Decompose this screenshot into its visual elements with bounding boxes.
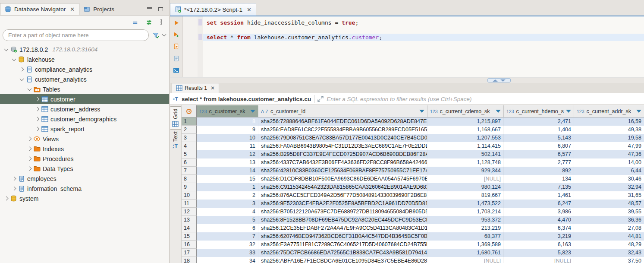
grid-cell[interactable]: 7,135 <box>504 183 574 191</box>
grid-cell[interactable]: 892 <box>504 167 574 175</box>
grid-cell[interactable]: 30,46 <box>574 175 644 183</box>
tree-item-information-schema[interactable]: information_schema <box>0 184 169 193</box>
grid-cell[interactable]: 1 <box>197 183 258 191</box>
editor-results-sash[interactable] <box>170 77 644 83</box>
grid-cell[interactable]: 32 <box>197 241 258 249</box>
result-grid[interactable]: 123c_customer_skA-Zc_customer_id123c_cur… <box>182 105 644 263</box>
grid-cell[interactable]: 32,43 <box>574 249 644 257</box>
row-header[interactable]: 9 <box>182 183 197 191</box>
grid-cell[interactable]: sha256:876ACE5EFED349A2D56F77D5084891433… <box>258 191 427 200</box>
grid-cell[interactable]: 32,94 <box>574 183 644 191</box>
grid-cell[interactable]: 47,36 <box>574 150 644 158</box>
code-line-2[interactable] <box>203 26 644 34</box>
grid-cell[interactable]: sha256:C9115342454A2323DA815865CAA326064… <box>258 183 427 191</box>
grid-cell[interactable]: 1,703,214 <box>427 208 504 216</box>
row-header[interactable]: 12 <box>182 208 197 216</box>
grid-cell[interactable]: 1,369,589 <box>427 241 504 249</box>
grid-cell[interactable]: sha256:8F1528BB708DF69EB475DC92A8C20EC44… <box>258 216 427 224</box>
row-header[interactable]: 3 <box>182 134 197 142</box>
expand-chevron-icon[interactable] <box>19 67 24 72</box>
view-menu-icon[interactable] <box>160 19 163 25</box>
row-header[interactable]: 4 <box>182 142 197 150</box>
grid-cell[interactable]: 502,141 <box>427 150 504 158</box>
expand-icon[interactable] <box>317 96 324 102</box>
explain-plan-icon[interactable] <box>173 55 179 62</box>
tree-item-employees[interactable]: employees <box>0 174 169 184</box>
tree-item-172-18-0-2[interactable]: 172.18.0.2172.18.0.2:31604 <box>0 44 169 54</box>
grid-cell[interactable]: sha256:75DC7FCB6686EDA72565C1B838CA7FC43… <box>258 249 427 257</box>
grid-cell[interactable]: 33 <box>197 249 258 257</box>
grid-cell[interactable]: 134 <box>504 175 574 183</box>
column-header-c-customer-sk[interactable]: 123c_customer_sk <box>197 105 258 117</box>
grid-cell[interactable]: sha256:42810C83B0360CE125634F068BAF8FF75… <box>258 167 427 175</box>
tree-item-data-types[interactable]: Data Types <box>0 164 169 174</box>
close-icon[interactable]: ✕ <box>70 6 75 13</box>
editor-tab-script-1[interactable]: *<172.18.0.2> Script-1 ✕ <box>170 3 256 16</box>
close-icon[interactable]: ✕ <box>247 6 251 13</box>
grid-cell[interactable]: 1,128,748 <box>427 158 504 167</box>
grid-cell[interactable]: 47,99 <box>574 142 644 150</box>
tree-item-spark-report[interactable]: spark_report <box>0 124 169 134</box>
execute-statement-icon[interactable] <box>173 20 179 26</box>
grid-cell[interactable]: 1,473,522 <box>427 200 504 208</box>
expand-chevron-icon[interactable] <box>27 157 31 161</box>
collapse-chevron-icon[interactable] <box>19 76 24 81</box>
maximize-icon[interactable] <box>158 7 163 11</box>
sql-console-icon[interactable] <box>173 67 179 73</box>
grid-cell[interactable]: 1,680,761 <box>427 249 504 257</box>
grid-corner-cell[interactable] <box>182 105 197 117</box>
grid-cell[interactable]: 2 <box>197 191 258 200</box>
grid-cell[interactable]: 5,143 <box>504 134 574 142</box>
expand-chevron-icon[interactable] <box>35 117 39 121</box>
expand-chevron-icon[interactable] <box>27 137 31 141</box>
row-header[interactable]: 1 <box>182 117 197 126</box>
grid-cell[interactable]: 2,777 <box>504 158 574 167</box>
tree-item-views[interactable]: Views <box>0 134 169 144</box>
grid-cell[interactable]: 34 <box>197 257 258 263</box>
link-editor-icon[interactable] <box>145 19 153 25</box>
row-header[interactable]: 2 <box>182 126 197 134</box>
grid-cell[interactable]: 3 <box>197 200 258 208</box>
row-header[interactable]: 7 <box>182 167 197 175</box>
minimize-icon[interactable] <box>147 7 152 9</box>
column-dropdown-icon[interactable] <box>636 110 641 113</box>
tree-item-tables[interactable]: Tables <box>0 84 169 94</box>
grid-cell[interactable]: 48,29 <box>574 241 644 249</box>
grid-cell[interactable]: 39,55 <box>574 208 644 216</box>
grid-cell[interactable]: 11 <box>197 142 258 150</box>
grid-cell[interactable]: sha256:ABFA16E7F1ECBDCA6E01CE1095D84E37C… <box>258 257 427 263</box>
view-tab-database-navigator[interactable]: Database Navigator✕ <box>0 3 79 15</box>
filter-icon[interactable] <box>152 32 159 39</box>
grid-cell[interactable]: 5,823 <box>504 249 574 257</box>
grid-cell[interactable]: 10 <box>197 134 258 142</box>
grid-cell[interactable]: sha256:B295D8FC337E9E4FECD0725D907ACD6B6… <box>258 150 427 158</box>
expand-chevron-icon[interactable] <box>12 177 16 181</box>
column-dropdown-icon[interactable] <box>419 110 424 113</box>
grid-cell[interactable]: 68,377 <box>427 232 504 241</box>
grid-cell[interactable]: 49,38 <box>574 126 644 134</box>
row-header[interactable]: 6 <box>182 158 197 167</box>
grid-cell[interactable]: 7 <box>197 232 258 241</box>
grid-cell[interactable]: 5 <box>197 216 258 224</box>
grid-cell[interactable]: 16,59 <box>574 117 644 126</box>
grid-cell[interactable]: 213,219 <box>427 224 504 232</box>
grid-cell[interactable]: 14,00 <box>574 158 644 167</box>
grid-cell[interactable]: 1,207,553 <box>427 134 504 142</box>
grid-cell[interactable]: 37,50 <box>574 257 644 263</box>
chevron-down-icon[interactable] <box>162 32 166 37</box>
row-header[interactable]: 16 <box>182 241 197 249</box>
grid-cell[interactable]: sha256:B705122120A673FC7DE6889727DB11809… <box>258 208 427 216</box>
tree-item-indexes[interactable]: Indexes <box>0 144 169 154</box>
grid-cell[interactable]: 9 <box>197 126 258 134</box>
grid-cell[interactable]: 819,667 <box>427 191 504 200</box>
grid-cell[interactable]: sha256:E3A77511F81C7289C76C4065217D5D406… <box>258 241 427 249</box>
tree-item-customer-address[interactable]: customer_address <box>0 104 169 114</box>
grid-cell[interactable]: 6,374 <box>504 224 574 232</box>
code-line-3[interactable]: select * from lakehouse.customer_analyti… <box>203 34 644 41</box>
presentation-tab-text[interactable]: TextT <box>170 130 181 152</box>
grid-cell[interactable]: 1,114,415 <box>427 142 504 150</box>
expand-chevron-icon[interactable] <box>35 97 39 101</box>
grid-cell[interactable]: 31,65 <box>574 191 644 200</box>
collapse-down-icon[interactable] <box>500 79 506 82</box>
row-header[interactable]: 10 <box>182 191 197 200</box>
